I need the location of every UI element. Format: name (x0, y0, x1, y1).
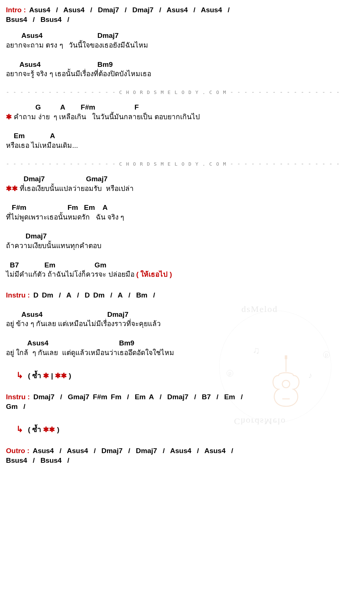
chord-line: Dmaj7 (6, 231, 358, 241)
d: - - - - - - - - - - - - - - - - (230, 160, 339, 167)
s: / (225, 6, 232, 14)
s: / (157, 393, 164, 401)
chord-line: Dmaj7 Gmaj7 (6, 174, 358, 184)
verse-2b: Asus4 Bm9 อยู่ ใกล้ ๆ กันเลย แต่ดูแล้วเห… (6, 338, 358, 357)
divider-2: - - - - - - - - - - - - - - - - C H O R … (6, 160, 358, 167)
lyric-line: ถ้าความเงียบนั้นแทนทุกคำตอบ (6, 241, 358, 251)
s: / (58, 393, 64, 401)
lyric-line: อยู่ ใกล้ ๆ กันเลย แต่ดูแล้วเหมือนว่าเธอ… (6, 348, 358, 358)
s: / (126, 447, 132, 455)
s: / (192, 393, 198, 401)
c: Gm (6, 403, 18, 410)
s: / (229, 447, 235, 455)
instru-label: Instru : (6, 291, 30, 299)
outro-line: Outro : Asus4 / Asus4 / Dmaj7 / Dmaj7 / … (6, 446, 358, 465)
c: Gmaj7 (68, 393, 90, 401)
txt: | (49, 372, 55, 380)
c: Bsus4 (6, 16, 27, 23)
c: Dm (42, 291, 53, 299)
chord-line: B7 Em Gm (6, 260, 358, 270)
c: Asus4 (170, 447, 191, 455)
s: / (21, 403, 27, 410)
s: / (30, 16, 37, 23)
chord-line: Asus4 Dmaj7 (6, 31, 358, 40)
txt: ( ซ้ำ (28, 426, 43, 433)
instru-label: Instru : (6, 393, 30, 401)
s: / (191, 6, 198, 14)
star-icon: ✱✱ (55, 372, 67, 380)
c: D (33, 291, 39, 299)
s: / (125, 393, 131, 401)
c: Bsus4 (40, 16, 62, 23)
lyric-line: ที่ไม่พูดเพราะเธอนั้นหมดรัก ฉัน จริง ๆ (6, 212, 358, 222)
instru2-line: Instru : Dmaj7 / Gmaj7 F#m Fm / Em A / D… (6, 392, 358, 411)
c: Asus4 (64, 6, 85, 14)
intro-label: Intro : (6, 6, 26, 14)
s: / (30, 456, 37, 464)
outro-label: Outro : (6, 447, 29, 455)
s: / (160, 447, 167, 455)
c: F#m (93, 393, 107, 401)
prechorus-b: Em A หรือเธอ ไม่เหมือนเดิม... (6, 131, 358, 150)
lyric-line: อยู่ ข้าง ๆ กันเลย แต่เหมือนไม่มีเรื่องร… (6, 319, 358, 329)
c: Dmaj7 (136, 447, 157, 455)
s: / (65, 16, 71, 23)
intro-line: Intro : Asus4 / Asus4 / Dmaj7 / Dmaj7 / … (6, 5, 358, 24)
s: / (88, 6, 94, 14)
c: Dmaj7 (132, 6, 153, 14)
c: Em (224, 393, 235, 401)
c: Dmaj7 (33, 393, 55, 401)
svg-point-0 (282, 380, 290, 388)
repeat-1: ↳ ( ซ้ำ ✱ | ✱✱ ) (16, 370, 358, 381)
txt: ไม่มีคำแก้ตัว ถ้าฉันไม่โง่ก็ควรจะ ปล่อยม… (6, 270, 134, 278)
c: Dmaj7 (167, 393, 188, 401)
c: A (66, 291, 71, 299)
c: Dm (93, 291, 105, 299)
s: / (54, 6, 60, 14)
s: / (108, 291, 114, 299)
chord-line: Asus4 Bm9 (6, 60, 358, 69)
lyric-line: หรือเธอ ไม่เหมือนเดิม... (6, 141, 358, 150)
verse-2a: Asus4 Dmaj7 อยู่ ข้าง ๆ กันเลย แต่เหมือน… (6, 310, 358, 329)
c: B7 (202, 393, 211, 401)
lyric-line: อยากจะรู้ จริง ๆ เธอนั้นมีเรื่องที่ต้องป… (6, 69, 358, 79)
c: A (118, 291, 123, 299)
d: - - - - - - - - - - - - - - - - (6, 160, 116, 167)
c: A (149, 393, 154, 401)
c: Asus4 (29, 6, 50, 14)
chorus-b: F#m Fm Em A ที่ไม่พูดเพราะเธอนั้นหมดรัก … (6, 203, 358, 222)
txt: ) (67, 372, 71, 380)
lyric-line: ไม่มีคำแก้ตัว ถ้าฉันไม่โง่ก็ควรจะ ปล่อยม… (6, 270, 358, 279)
c: Asus4 (204, 447, 225, 455)
s: / (91, 447, 98, 455)
instru1-line: Instru : D Dm / A / D Dm / A / Bm / (6, 290, 358, 300)
red-paren: ( ให้เธอไป ) (134, 270, 172, 278)
arrow-icon: ↳ (16, 425, 23, 434)
d: C H O R D S M E L O D Y . C O M (116, 90, 230, 95)
s: / (123, 6, 129, 14)
chord-line: Em A (6, 131, 358, 141)
lyric-line: ✱✱ ที่เธอเงียบนั้นแปลว่ายอมรับ หรือเปล่า (6, 184, 358, 193)
s: / (57, 447, 64, 455)
s: / (195, 447, 201, 455)
c: D (85, 291, 90, 299)
c: Bsus4 (40, 456, 62, 464)
star-icon: ✱ (43, 372, 49, 380)
c: Em (135, 393, 146, 401)
c: Fm (111, 393, 121, 401)
c: Dmaj7 (98, 6, 119, 14)
star-icon: ✱✱ (43, 426, 55, 433)
s: / (126, 291, 133, 299)
chord-line: G A F#m F (6, 103, 358, 112)
c: Dmaj7 (101, 447, 123, 455)
s: / (75, 291, 81, 299)
c: Asus4 (201, 6, 222, 14)
s: / (157, 6, 163, 14)
s: / (57, 291, 63, 299)
d: - - - - - - - - - - - - - - - - (230, 89, 339, 95)
c: Bm (136, 291, 147, 299)
divider-1: - - - - - - - - - - - - - - - - C H O R … (6, 88, 358, 96)
lyric-line: ✱ คำถาม ง่าย ๆ เหลือเกิน ในวันนี้มันกลาย… (6, 112, 358, 122)
c: Asus4 (33, 447, 54, 455)
star-icon: ✱✱ (6, 185, 18, 192)
